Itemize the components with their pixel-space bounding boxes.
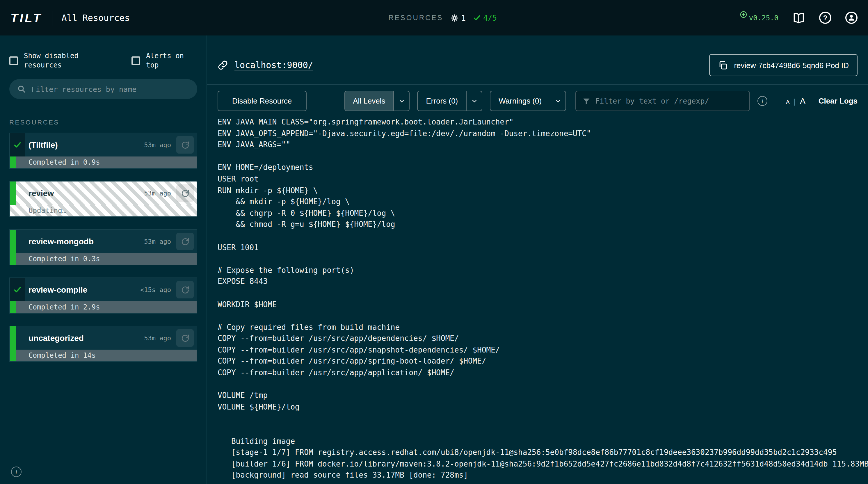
errors-filter-dropdown[interactable]: Errors (0) bbox=[417, 91, 483, 111]
log-line: # Copy required files from build machine bbox=[218, 322, 858, 333]
log-line bbox=[218, 413, 858, 424]
sidebar-info-icon[interactable]: i bbox=[11, 466, 22, 477]
account-icon[interactable] bbox=[845, 12, 858, 24]
resource-title-row: (Tiltfile) 53m ago bbox=[10, 133, 197, 156]
resource-build-status: Completed in 14s bbox=[10, 350, 197, 361]
log-line: [background] read source files 33.17MB [… bbox=[218, 470, 858, 481]
chevron-down-icon[interactable] bbox=[394, 91, 409, 111]
resource-status-text: Completed in 2.9s bbox=[29, 303, 100, 311]
level-filter-dropdown[interactable]: All Levels bbox=[344, 91, 409, 111]
log-line: && chgrp -R 0 ${HOME} ${HOME}/log \ bbox=[218, 208, 858, 219]
log-line: RUN mkdir -p ${HOME} \ bbox=[218, 185, 858, 196]
resource-time: 53m ago bbox=[144, 141, 171, 149]
healthy-count: 4/5 bbox=[483, 13, 497, 22]
pod-id-label: review-7cb47498d6-5qnd6 Pod ID bbox=[734, 61, 849, 69]
chevron-down-icon[interactable] bbox=[550, 91, 565, 111]
alerts-on-top-option[interactable]: Alerts on top bbox=[131, 52, 197, 70]
tilt-logo[interactable]: TILT bbox=[10, 11, 42, 25]
resource-status-indicator bbox=[10, 230, 16, 253]
log-line: VOLUME ${HOME}/log bbox=[218, 401, 858, 413]
resource-card[interactable]: review-mongodb 53m ago Completed in 0.3s bbox=[9, 229, 197, 265]
copy-pod-id-button[interactable]: review-7cb47498d6-5qnd6 Pod ID bbox=[709, 54, 858, 76]
log-line: USER 1001 bbox=[218, 242, 858, 253]
page-title: All Resources bbox=[62, 12, 130, 23]
level-filter-label: All Levels bbox=[345, 91, 393, 111]
log-line bbox=[218, 253, 858, 264]
tiltfile-gear-icon bbox=[450, 13, 459, 22]
font-size-decrease-button[interactable]: A bbox=[786, 99, 789, 105]
warnings-filter-dropdown[interactable]: Warnings (0) bbox=[490, 91, 566, 111]
resource-card[interactable]: review-compile <15s ago Completed in 2.9… bbox=[9, 277, 197, 313]
resource-title-row: review-compile <15s ago bbox=[10, 278, 197, 301]
resource-time: <15s ago bbox=[140, 286, 171, 294]
log-line bbox=[218, 310, 858, 322]
log-line: COPY --from=builder /usr/src/app/spring-… bbox=[218, 356, 858, 367]
endpoint-link[interactable]: localhost:9000/ bbox=[218, 60, 313, 70]
alerts-on-top-checkbox[interactable] bbox=[131, 56, 140, 65]
errors-filter-label: Errors (0) bbox=[418, 91, 466, 111]
resource-build-status: Completed in 0.9s bbox=[10, 156, 197, 168]
log-line: [stage-1 1/7] FROM registry.access.redha… bbox=[218, 447, 858, 458]
show-disabled-checkbox[interactable] bbox=[9, 56, 18, 65]
log-line bbox=[218, 424, 858, 435]
log-line: Building image bbox=[218, 435, 858, 447]
docs-book-icon[interactable] bbox=[793, 11, 805, 24]
log-line: ENV JAVA_OPTS_APPEND="-Djava.security.eg… bbox=[218, 128, 858, 139]
resource-name: review-compile bbox=[29, 285, 87, 294]
chevron-down-icon[interactable] bbox=[466, 91, 482, 111]
resource-filter-input[interactable] bbox=[31, 85, 190, 93]
resource-card[interactable]: uncategorized 53m ago Completed in 14s bbox=[9, 326, 197, 362]
font-size-divider: | bbox=[794, 97, 796, 106]
endpoint-row: localhost:9000/ review-7cb47498d6-5qnd6 … bbox=[207, 35, 868, 85]
show-disabled-option[interactable]: Show disabled resources bbox=[9, 52, 108, 70]
resource-status-indicator bbox=[10, 326, 16, 350]
help-icon[interactable]: ? bbox=[819, 12, 831, 24]
filter-funnel-icon bbox=[582, 97, 590, 105]
resources-summary-label: RESOURCES bbox=[388, 14, 443, 22]
filter-info-icon[interactable]: i bbox=[757, 96, 767, 106]
resource-refresh-button[interactable] bbox=[176, 184, 194, 202]
resource-status-indicator bbox=[10, 133, 25, 156]
log-filter-input[interactable] bbox=[595, 97, 743, 105]
resource-name: (Tiltfile) bbox=[29, 140, 58, 150]
resource-title-row: uncategorized 53m ago bbox=[10, 326, 197, 350]
font-size-increase-button[interactable]: A bbox=[800, 96, 806, 106]
resource-refresh-button[interactable] bbox=[176, 329, 194, 347]
resource-status-indicator bbox=[10, 278, 25, 301]
log-line: # Expose the following port(s) bbox=[218, 264, 858, 276]
log-line: WORKDIR $HOME bbox=[218, 299, 858, 310]
resource-status-text: Updating… bbox=[29, 207, 66, 215]
alerts-on-top-label: Alerts on top bbox=[146, 52, 197, 70]
resources-section-label: RESOURCES bbox=[9, 119, 197, 126]
resource-time: 53m ago bbox=[144, 238, 171, 245]
version-indicator[interactable]: v0.25.0 bbox=[740, 14, 778, 22]
log-output: ENV JAVA_MAIN_CLASS="org.springframework… bbox=[207, 111, 868, 484]
resource-card[interactable]: (Tiltfile) 53m ago Completed in 0.9s bbox=[9, 133, 197, 169]
resource-card[interactable]: review 53m ago Updating… bbox=[9, 181, 197, 217]
log-line: USER root bbox=[218, 173, 858, 185]
endpoint-url: localhost:9000/ bbox=[235, 60, 313, 70]
font-size-controls[interactable]: A | A bbox=[786, 96, 805, 106]
log-line: ENV JAVA_MAIN_CLASS="org.springframework… bbox=[218, 116, 858, 128]
resource-status-text: Completed in 0.3s bbox=[29, 255, 100, 263]
healthy-count-group[interactable]: 4/5 bbox=[473, 13, 497, 22]
log-line: COPY --from=builder /usr/src/app/depende… bbox=[218, 333, 858, 344]
log-line bbox=[218, 230, 858, 242]
resource-refresh-button[interactable] bbox=[176, 136, 194, 154]
tiltfile-count-group[interactable]: 1 bbox=[450, 13, 466, 22]
log-line: && chmod -R g=u ${HOME} ${HOME}/log bbox=[218, 219, 858, 230]
show-disabled-label: Show disabled resources bbox=[24, 52, 108, 70]
clear-logs-button[interactable]: Clear Logs bbox=[818, 97, 858, 105]
resource-name: review-mongodb bbox=[29, 237, 94, 246]
tiltfile-count: 1 bbox=[461, 13, 466, 22]
tilt-app: TILT All Resources RESOURCES bbox=[0, 0, 868, 484]
healthy-check-icon bbox=[473, 14, 481, 22]
sidebar-options: Show disabled resources Alerts on top bbox=[0, 35, 207, 70]
resource-refresh-button[interactable] bbox=[176, 281, 194, 298]
log-pane: localhost:9000/ review-7cb47498d6-5qnd6 … bbox=[207, 35, 868, 484]
resource-title-row: review-mongodb 53m ago bbox=[10, 230, 197, 253]
resource-refresh-button[interactable] bbox=[176, 233, 194, 250]
app-header: TILT All Resources RESOURCES bbox=[0, 0, 868, 35]
log-line: VOLUME /tmp bbox=[218, 390, 858, 401]
disable-resource-button[interactable]: Disable Resource bbox=[218, 91, 306, 111]
